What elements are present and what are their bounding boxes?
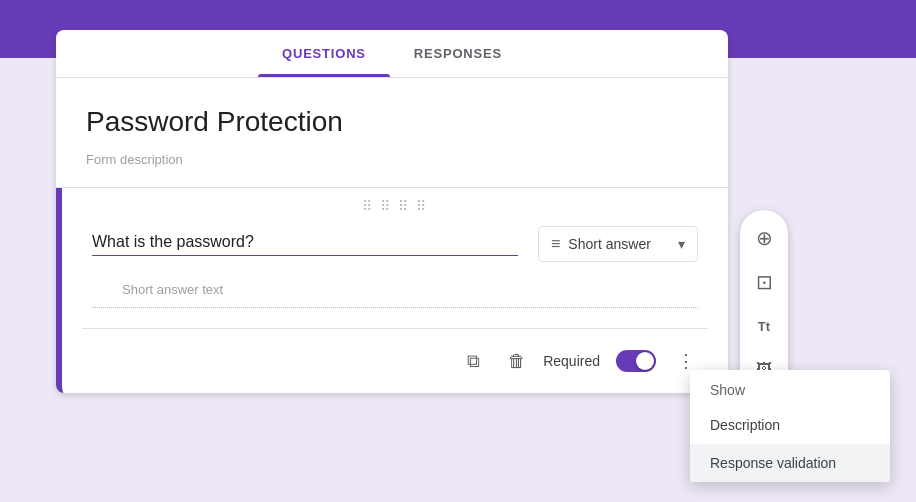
type-dropdown[interactable]: ≡ Short answer ▾ [538,226,698,262]
type-label: Short answer [568,236,650,252]
question-footer: ⧉ 🗑 Required ⋮ [62,329,728,393]
more-icon: ⋮ [677,350,695,372]
question-row: What is the password? ≡ Short answer ▾ [62,218,728,262]
text-tt-icon: Tt [758,319,770,334]
main-card: QUESTIONS RESPONSES Password Protection … [56,30,728,393]
drag-handle: ⠿ ⠿ ⠿ ⠿ [62,188,728,218]
tabs: QUESTIONS RESPONSES [56,30,728,78]
tab-responses[interactable]: RESPONSES [390,30,526,77]
question-text[interactable]: What is the password? [92,233,518,256]
add-title-button[interactable]: Tt [744,306,784,346]
delete-icon: 🗑 [508,351,526,372]
context-menu: Show Description Response validation [690,370,890,482]
delete-button[interactable]: 🗑 [499,343,535,379]
context-menu-response-validation[interactable]: Response validation [690,444,890,482]
add-circle-icon: ⊕ [756,226,773,250]
required-label: Required [543,353,600,369]
add-question-button[interactable]: ⊕ [744,218,784,258]
short-answer-icon: ≡ [551,235,560,253]
form-description[interactable]: Form description [86,152,698,167]
context-menu-description[interactable]: Description [690,406,890,444]
tab-questions[interactable]: QUESTIONS [258,30,390,77]
dropdown-arrow-icon: ▾ [678,236,685,252]
form-title: Password Protection [86,106,698,138]
context-menu-title: Show [690,370,890,406]
toggle-knob [636,352,654,370]
answer-placeholder[interactable]: Short answer text [92,262,698,308]
copy-section-button[interactable]: ⊡ [744,262,784,302]
question-section: ⠿ ⠿ ⠿ ⠿ What is the password? ≡ Short an… [56,188,728,393]
required-toggle[interactable] [616,350,656,372]
copy-button[interactable]: ⧉ [455,343,491,379]
copy-page-icon: ⊡ [756,270,773,294]
copy-icon: ⧉ [467,351,480,372]
form-header: Password Protection Form description [56,78,728,188]
